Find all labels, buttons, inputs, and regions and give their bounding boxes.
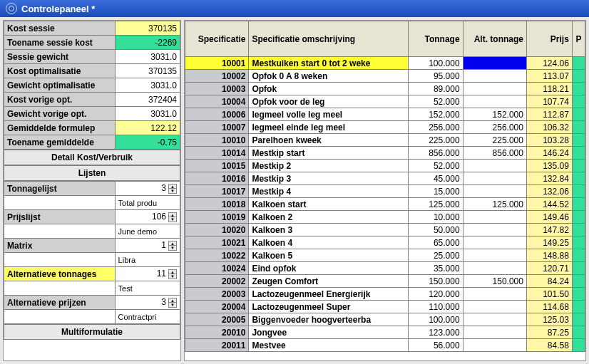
- cell-desc[interactable]: Kalkoen 5: [249, 249, 409, 262]
- cell-p[interactable]: [572, 134, 585, 147]
- cell-prijs[interactable]: 149.25: [526, 236, 572, 249]
- cell-p[interactable]: [572, 275, 585, 288]
- cell-spec[interactable]: 10024: [185, 262, 249, 275]
- cell-alt[interactable]: [463, 185, 526, 198]
- cell-p[interactable]: [572, 95, 585, 108]
- cell-p[interactable]: [572, 236, 585, 249]
- cell-alt[interactable]: [463, 211, 526, 224]
- cell-p[interactable]: [572, 160, 585, 172]
- cell-alt[interactable]: [463, 70, 526, 83]
- cell-prijs[interactable]: 146.24: [526, 147, 572, 160]
- col-prijs-header[interactable]: Prijs: [526, 21, 572, 57]
- cell-ton[interactable]: 150.000: [408, 275, 463, 288]
- col-spec-header[interactable]: Specificatie: [185, 21, 249, 57]
- cell-ton[interactable]: 35.000: [408, 262, 463, 275]
- cell-p[interactable]: [572, 185, 585, 198]
- cell-prijs[interactable]: 149.46: [526, 211, 572, 224]
- cell-prijs[interactable]: 124.06: [526, 57, 572, 70]
- table-row[interactable]: 10021Kalkoen 465.000149.25: [185, 236, 585, 249]
- cell-p[interactable]: [572, 313, 585, 326]
- table-row[interactable]: 10019Kalkoen 210.000149.46: [185, 211, 585, 224]
- cell-ton[interactable]: 45.000: [408, 172, 463, 185]
- cell-desc[interactable]: Kalkoen 2: [249, 211, 409, 224]
- cell-ton[interactable]: 50.000: [408, 224, 463, 236]
- prop-value[interactable]: 3▲▼: [115, 296, 180, 310]
- cell-ton[interactable]: 56.000: [408, 339, 463, 352]
- cell-p[interactable]: [572, 339, 585, 352]
- cell-prijs[interactable]: 112.87: [526, 108, 572, 121]
- spinner[interactable]: ▲▼: [168, 298, 177, 308]
- cell-p[interactable]: [572, 198, 585, 211]
- cell-p[interactable]: [572, 108, 585, 121]
- spinner[interactable]: ▲▼: [168, 212, 177, 222]
- cell-desc[interactable]: Mestkip 4: [249, 185, 409, 198]
- cell-ton[interactable]: 856.000: [408, 147, 463, 160]
- cell-p[interactable]: [572, 224, 585, 236]
- cell-ton[interactable]: 152.000: [408, 108, 463, 121]
- cell-ton[interactable]: 110.000: [408, 301, 463, 313]
- cell-p[interactable]: [572, 83, 585, 95]
- cell-ton[interactable]: 125.000: [408, 198, 463, 211]
- cell-alt[interactable]: 856.000: [463, 147, 526, 160]
- cell-alt[interactable]: [463, 57, 526, 70]
- spinner-down-icon[interactable]: ▼: [169, 303, 176, 307]
- table-row[interactable]: 10001Mestkuiken start 0 tot 2 weke100.00…: [185, 57, 585, 70]
- cell-alt[interactable]: 150.000: [463, 275, 526, 288]
- cell-desc[interactable]: Lactozeugenmeel Super: [249, 301, 409, 313]
- cell-prijs[interactable]: 84.24: [526, 275, 572, 288]
- cell-alt[interactable]: [463, 95, 526, 108]
- cell-p[interactable]: [572, 121, 585, 134]
- cell-desc[interactable]: Opfok 0 A 8 weken: [249, 70, 409, 83]
- cell-spec[interactable]: 10001: [185, 57, 249, 70]
- cell-desc[interactable]: Kalkoen start: [249, 198, 409, 211]
- cell-spec[interactable]: 10021: [185, 236, 249, 249]
- spinner-down-icon[interactable]: ▼: [169, 246, 176, 250]
- cell-alt[interactable]: [463, 160, 526, 172]
- cell-alt[interactable]: [463, 83, 526, 95]
- cell-spec[interactable]: 10007: [185, 121, 249, 134]
- cell-ton[interactable]: 225.000: [408, 134, 463, 147]
- multi-button[interactable]: Multiformulatie: [4, 324, 180, 340]
- cell-desc[interactable]: Eind opfok: [249, 262, 409, 275]
- prop-value[interactable]: 3▲▼: [115, 182, 180, 196]
- cell-prijs[interactable]: 147.82: [526, 224, 572, 236]
- cell-spec[interactable]: 20011: [185, 339, 249, 352]
- detail-button[interactable]: Detail Kost/Verbruik: [4, 150, 180, 165]
- col-alt-header[interactable]: Alt. tonnage: [463, 21, 526, 57]
- cell-desc[interactable]: Parelhoen kweek: [249, 134, 409, 147]
- cell-ton[interactable]: 52.000: [408, 95, 463, 108]
- cell-desc[interactable]: Kalkoen 4: [249, 236, 409, 249]
- lijsten-button[interactable]: Lijsten: [4, 165, 180, 181]
- cell-prijs[interactable]: 106.32: [526, 121, 572, 134]
- cell-prijs[interactable]: 113.07: [526, 70, 572, 83]
- table-row[interactable]: 10018Kalkoen start125.000125.000144.52: [185, 198, 585, 211]
- cell-spec[interactable]: 10019: [185, 211, 249, 224]
- cell-p[interactable]: [572, 326, 585, 339]
- table-row[interactable]: 10003Opfok89.000118.21: [185, 83, 585, 95]
- prop-value[interactable]: 106▲▼: [115, 210, 180, 224]
- cell-alt[interactable]: 225.000: [463, 134, 526, 147]
- table-row[interactable]: 10024Eind opfok35.000120.71: [185, 262, 585, 275]
- cell-alt[interactable]: [463, 172, 526, 185]
- cell-ton[interactable]: 89.000: [408, 83, 463, 95]
- cell-ton[interactable]: 65.000: [408, 236, 463, 249]
- cell-desc[interactable]: Biggenvoeder hoogverteerba: [249, 313, 409, 326]
- prop-value[interactable]: 11▲▼: [115, 267, 180, 281]
- col-ton-header[interactable]: Tonnage: [408, 21, 463, 57]
- cell-ton[interactable]: 256.000: [408, 121, 463, 134]
- col-p-header[interactable]: P: [572, 21, 585, 57]
- cell-spec[interactable]: 10015: [185, 160, 249, 172]
- cell-ton[interactable]: 100.000: [408, 57, 463, 70]
- cell-desc[interactable]: Lactozeugenmeel Energierijk: [249, 288, 409, 301]
- cell-alt[interactable]: [463, 301, 526, 313]
- cell-desc[interactable]: Opfok voor de leg: [249, 95, 409, 108]
- cell-spec[interactable]: 10006: [185, 108, 249, 121]
- cell-desc[interactable]: Mestkip 3: [249, 172, 409, 185]
- cell-prijs[interactable]: 114.68: [526, 301, 572, 313]
- cell-spec[interactable]: 10022: [185, 249, 249, 262]
- cell-p[interactable]: [572, 301, 585, 313]
- cell-desc[interactable]: Zeugen Comfort: [249, 275, 409, 288]
- cell-p[interactable]: [572, 57, 585, 70]
- cell-desc[interactable]: legmeel einde leg meel: [249, 121, 409, 134]
- cell-spec[interactable]: 20002: [185, 275, 249, 288]
